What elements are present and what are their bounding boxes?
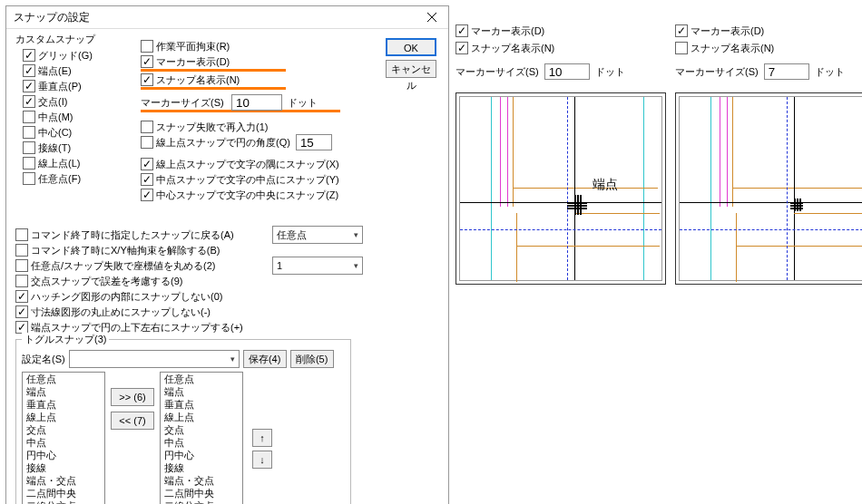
list-item[interactable]: 線上点 — [161, 411, 242, 423]
list-item[interactable]: 二点間中央 — [161, 487, 242, 499]
angle-input[interactable] — [296, 134, 332, 150]
toggle-snap-group: トグルスナップ(3) 設定名(S) ▾ 保存(4) 削除(5) 任意点端点垂直点… — [15, 339, 351, 504]
list-item[interactable]: 接線 — [23, 461, 104, 474]
checkbox[interactable] — [23, 64, 35, 77]
list-item[interactable]: 交点 — [23, 423, 104, 436]
marker-size-row: マーカーサイズ(S) ドット — [141, 95, 340, 112]
option-label: 中点スナップで文字の中点にスナップ(Y) — [156, 172, 339, 187]
chevron-down-icon: ▾ — [354, 258, 358, 273]
checkbox[interactable] — [23, 157, 35, 170]
right-listbox[interactable]: 任意点端点垂直点線上点交点中点円中心接線端点・交点二点間中央二線分交点カスタム線… — [160, 372, 243, 504]
snap-option: 接線(T) — [15, 141, 124, 155]
list-item[interactable]: 垂直点 — [23, 398, 104, 411]
list-item[interactable]: 円中心 — [161, 449, 242, 461]
checkbox[interactable] — [141, 40, 153, 53]
left-listbox[interactable]: 任意点端点垂直点線上点交点中点円中心接線端点・交点二点間中央二線分交点カスタム線… — [22, 372, 105, 504]
option-label: 交点スナップで誤差を考慮する(9) — [31, 274, 267, 288]
up-button[interactable]: ↑ — [252, 429, 272, 447]
chevron-down-icon: ▾ — [354, 228, 358, 242]
checkbox[interactable] — [15, 259, 28, 272]
snap-name-checkbox[interactable] — [455, 42, 468, 54]
marker-display-label: マーカー表示(D) — [471, 24, 544, 38]
checkbox[interactable] — [15, 244, 28, 257]
checkbox[interactable] — [23, 172, 35, 185]
bottom-option: 任意点/スナップ失敗で座標値を丸める(2) 1▾ — [15, 258, 442, 273]
list-item[interactable]: 任意点 — [161, 373, 242, 385]
save-button[interactable]: 保存(4) — [243, 350, 287, 368]
checkbox[interactable] — [23, 95, 35, 108]
checkbox[interactable] — [141, 173, 153, 186]
bottom-option: ハッチング図形の内部にスナップしない(0) — [15, 289, 442, 304]
move-left-button[interactable]: << (7) — [111, 412, 154, 430]
snap-name-checkbox[interactable] — [675, 42, 688, 54]
marker-display-checkbox[interactable] — [675, 24, 688, 37]
checkbox[interactable] — [15, 228, 28, 241]
setting-name-select[interactable]: ▾ — [69, 350, 240, 368]
checkbox[interactable] — [23, 111, 35, 123]
checkbox[interactable] — [23, 80, 35, 92]
list-item[interactable]: 垂直点 — [161, 398, 242, 411]
checkbox[interactable] — [141, 121, 153, 133]
close-icon[interactable] — [423, 8, 441, 26]
checkbox[interactable] — [23, 141, 35, 154]
checkbox[interactable] — [23, 126, 35, 139]
text-snap-option: 中点スナップで文字の中点にスナップ(Y) — [141, 172, 358, 187]
checkbox[interactable] — [141, 136, 153, 149]
list-item[interactable]: 端点・交点 — [161, 474, 242, 487]
checkbox[interactable] — [141, 158, 153, 170]
snap-marker-icon — [790, 199, 803, 211]
snap-option-label: 任意点(F) — [38, 171, 81, 186]
list-item[interactable]: 線上点 — [23, 411, 104, 423]
checkbox[interactable] — [15, 290, 28, 303]
list-item[interactable]: 中点 — [161, 436, 242, 449]
list-item[interactable]: 二線分交点 — [23, 499, 104, 504]
snap-name-label: スナップ名表示(N) — [691, 41, 774, 55]
list-item[interactable]: 端点 — [161, 385, 242, 398]
custom-snap-title: カスタムスナップ — [15, 33, 124, 46]
list-item[interactable]: 円中心 — [23, 449, 104, 461]
marker-size-input[interactable] — [764, 63, 809, 80]
snap-settings-dialog: スナップの設定 カスタムスナップ グリッド(G) 端点(E) 垂直点(P) 交点… — [5, 5, 449, 504]
snap-marker-icon — [567, 195, 587, 215]
bottom-option: 寸法線図形の丸止めにスナップしない(-) — [15, 305, 442, 319]
marker-display-checkbox[interactable] — [455, 24, 468, 37]
list-item[interactable]: 任意点 — [23, 373, 104, 385]
marker-size-input[interactable] — [231, 94, 282, 111]
option-label: 任意点/スナップ失敗で座標値を丸める(2) — [31, 258, 267, 273]
snap-option-label: 交点(I) — [38, 94, 67, 109]
list-item[interactable]: 交点 — [161, 423, 242, 436]
move-right-button[interactable]: >> (6) — [111, 388, 154, 406]
list-item[interactable]: 端点 — [23, 385, 104, 398]
option-select[interactable]: 任意点▾ — [272, 226, 363, 244]
checkbox[interactable] — [23, 49, 35, 62]
down-button[interactable]: ↓ — [252, 451, 272, 469]
snap-option-label: グリッド(G) — [38, 48, 93, 63]
checkbox[interactable] — [141, 55, 153, 68]
snap-name-label: スナップ名表示(N) — [471, 41, 554, 55]
cancel-button[interactable]: キャンセル — [386, 60, 436, 78]
checkbox[interactable] — [141, 189, 153, 201]
delete-button[interactable]: 削除(5) — [290, 350, 334, 368]
list-item[interactable]: 端点・交点 — [23, 474, 104, 487]
preview-b — [675, 92, 862, 285]
ok-button[interactable]: OK — [386, 38, 436, 56]
marker-size-row: マーカーサイズ(S) ドット — [455, 63, 655, 80]
dialog-buttons: OK キャンセル — [386, 38, 449, 91]
marker-size-input[interactable] — [544, 63, 590, 80]
list-item[interactable]: 接線 — [161, 461, 242, 474]
option-label: 中心スナップで文字の中央にスナップ(Z) — [156, 188, 338, 202]
list-item[interactable]: 二線分交点 — [161, 499, 242, 504]
checkbox[interactable] — [141, 73, 153, 86]
checkbox[interactable] — [15, 305, 28, 318]
marker-size-row: マーカーサイズ(S) ドット — [675, 63, 862, 80]
marker-unit: ドット — [815, 65, 845, 79]
option-label: 寸法線図形の丸止めにスナップしない(-) — [31, 305, 267, 319]
checkbox[interactable] — [15, 321, 28, 334]
list-item[interactable]: 中点 — [23, 436, 104, 449]
snap-option-label: 線上点(L) — [38, 156, 80, 170]
option-label: コマンド終了時にX/Y軸拘束を解除する(B) — [31, 243, 267, 257]
snap-option: 中心(C) — [15, 125, 124, 140]
option-select[interactable]: 1▾ — [272, 257, 363, 275]
checkbox[interactable] — [15, 275, 28, 287]
list-item[interactable]: 二点間中央 — [23, 487, 104, 499]
